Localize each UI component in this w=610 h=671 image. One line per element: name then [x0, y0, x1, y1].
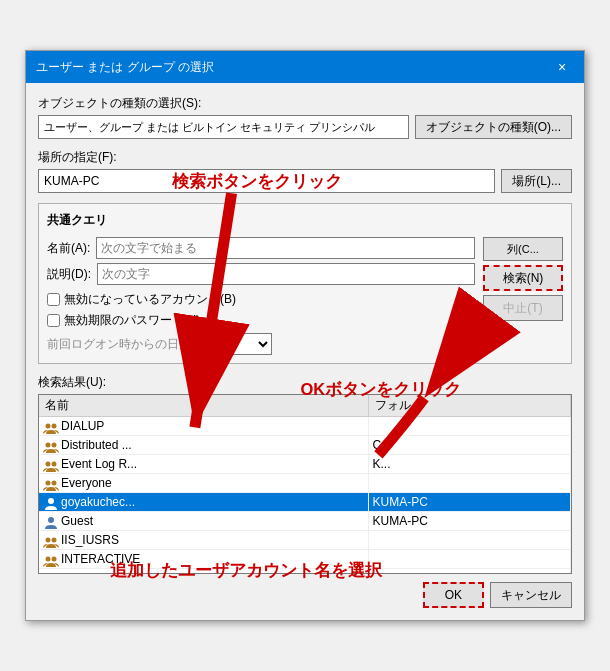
table-row[interactable]: INTERACTIVE — [39, 550, 571, 569]
svg-point-3 — [52, 442, 57, 447]
results-label: 検索結果(U): — [38, 374, 572, 391]
no-expire-password-checkbox[interactable] — [47, 314, 60, 327]
ok-cancel-row: OK キャンセル — [38, 582, 572, 608]
svg-point-10 — [46, 537, 51, 542]
row-folder-text — [368, 474, 570, 493]
row-name-text: DIALUP — [61, 419, 104, 433]
disabled-accounts-checkbox[interactable] — [47, 293, 60, 306]
results-table-wrapper[interactable]: 名前 フォル... DIALUPDistributed ...C...Event… — [38, 394, 572, 574]
svg-point-7 — [52, 480, 57, 485]
name-row: 名前(A): — [47, 237, 475, 259]
table-row[interactable]: goyakuchec...KUMA-PC — [39, 493, 571, 512]
row-name-text: goyakuchec... — [61, 495, 135, 509]
row-folder-text — [368, 531, 570, 550]
object-type-input[interactable] — [38, 115, 409, 139]
row-folder-text: KUMA-PC — [368, 493, 570, 512]
group-icon — [43, 440, 59, 452]
columns-button[interactable]: 列(C... — [483, 237, 563, 261]
results-table: 名前 フォル... DIALUPDistributed ...C...Event… — [39, 395, 571, 574]
row-name-text: IUSR — [61, 571, 90, 574]
svg-point-9 — [48, 517, 54, 523]
svg-point-5 — [52, 461, 57, 466]
row-name-text: Event Log R... — [61, 457, 137, 471]
svg-point-6 — [46, 480, 51, 485]
user-icon — [43, 573, 59, 574]
location-group: 場所の指定(F): 場所(L)... — [38, 149, 572, 193]
days-select[interactable] — [212, 333, 272, 355]
user-icon — [43, 497, 59, 509]
svg-point-8 — [48, 498, 54, 504]
row-name-text: Everyone — [61, 476, 112, 490]
query-main-row: 名前(A): 説明(D): 無効になっているアカウント(B) — [47, 237, 563, 355]
row-name-text: Guest — [61, 514, 93, 528]
name-label: 名前(A): — [47, 240, 90, 257]
object-type-button[interactable]: オブジェクトの種類(O)... — [415, 115, 572, 139]
svg-point-13 — [52, 556, 57, 561]
checkbox2-label: 無効期限のパスワード(X) — [64, 312, 200, 329]
row-name-text: IIS_IUSRS — [61, 533, 119, 547]
group-icon — [43, 421, 59, 433]
common-query-title: 共通クエリ — [47, 212, 563, 229]
dialog-window: ユーザー または グループ の選択 × オブジェクトの種類の選択(S): オブジ… — [25, 50, 585, 621]
title-bar: ユーザー または グループ の選択 × — [26, 51, 584, 83]
svg-point-12 — [46, 556, 51, 561]
row-folder-text — [368, 569, 570, 575]
svg-point-11 — [52, 537, 57, 542]
location-input[interactable] — [38, 169, 495, 193]
location-row: 場所(L)... — [38, 169, 572, 193]
row-folder-text: K... — [368, 455, 570, 474]
group-icon — [43, 535, 59, 547]
row-folder-text — [368, 417, 570, 436]
common-query-section: 共通クエリ 名前(A): 説明(D): — [38, 203, 572, 364]
svg-point-1 — [52, 423, 57, 428]
row-folder-text: KUMA-PC — [368, 512, 570, 531]
results-section: 検索結果(U): 名前 フォル... DIALUPDistributed ...… — [38, 374, 572, 574]
object-type-row: オブジェクトの種類(O)... — [38, 115, 572, 139]
group-icon — [43, 459, 59, 471]
checkbox2-row: 無効期限のパスワード(X) — [47, 312, 475, 329]
desc-row: 説明(D): — [47, 263, 475, 285]
group-icon — [43, 554, 59, 566]
desc-input[interactable] — [97, 263, 475, 285]
table-row[interactable]: Distributed ...C... — [39, 436, 571, 455]
group-icon — [43, 478, 59, 490]
results-header: 名前 フォル... — [39, 395, 571, 417]
name-input[interactable] — [96, 237, 475, 259]
close-button[interactable]: × — [550, 57, 574, 77]
table-row[interactable]: Everyone — [39, 474, 571, 493]
dialog-title: ユーザー または グループ の選択 — [36, 59, 214, 76]
table-row[interactable]: Event Log R...K... — [39, 455, 571, 474]
table-row[interactable]: IIS_IUSRS — [39, 531, 571, 550]
user-icon — [43, 516, 59, 528]
object-type-group: オブジェクトの種類の選択(S): オブジェクトの種類(O)... — [38, 95, 572, 139]
days-row: 前回ログオン時からの日数(I): — [47, 333, 475, 355]
col-folder-header: フォル... — [368, 395, 570, 417]
table-row[interactable]: GuestKUMA-PC — [39, 512, 571, 531]
object-type-label: オブジェクトの種類の選択(S): — [38, 95, 572, 112]
right-buttons: 列(C... 検索(N) 中止(T) — [483, 237, 563, 355]
location-label: 場所の指定(F): — [38, 149, 572, 166]
svg-point-4 — [46, 461, 51, 466]
table-row[interactable]: DIALUP — [39, 417, 571, 436]
dialog-body: オブジェクトの種類の選択(S): オブジェクトの種類(O)... 場所の指定(F… — [26, 83, 584, 620]
search-button[interactable]: 検索(N) — [483, 265, 563, 291]
desc-label: 説明(D): — [47, 266, 91, 283]
row-folder-text — [368, 550, 570, 569]
query-fields: 名前(A): 説明(D): 無効になっているアカウント(B) — [47, 237, 475, 355]
col-name-header: 名前 — [39, 395, 368, 417]
svg-point-0 — [46, 423, 51, 428]
checkbox1-label: 無効になっているアカウント(B) — [64, 291, 236, 308]
ok-button[interactable]: OK — [423, 582, 484, 608]
stop-button[interactable]: 中止(T) — [483, 295, 563, 321]
row-name-text: Distributed ... — [61, 438, 132, 452]
days-label: 前回ログオン時からの日数(I): — [47, 336, 206, 353]
location-button[interactable]: 場所(L)... — [501, 169, 572, 193]
table-row[interactable]: IUSR — [39, 569, 571, 575]
row-name-text: INTERACTIVE — [61, 552, 140, 566]
svg-point-2 — [46, 442, 51, 447]
checkbox1-row: 無効になっているアカウント(B) — [47, 291, 475, 308]
cancel-button[interactable]: キャンセル — [490, 582, 572, 608]
row-folder-text: C... — [368, 436, 570, 455]
results-body: DIALUPDistributed ...C...Event Log R...K… — [39, 417, 571, 575]
